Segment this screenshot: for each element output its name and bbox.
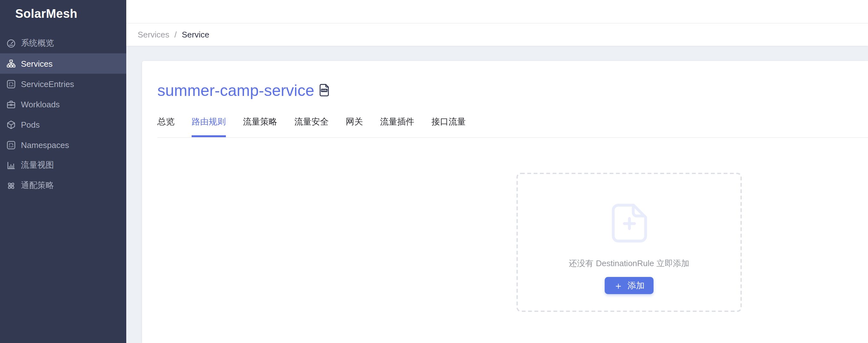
top-header xyxy=(126,0,868,24)
sidebar-item-traffic-view[interactable]: 流量视图 xyxy=(0,155,126,175)
page-title: summer-camp-service xyxy=(157,80,314,101)
tab-traffic-plugin[interactable]: 流量插件 xyxy=(380,116,414,137)
service-entries-icon xyxy=(6,79,16,89)
sidebar-item-system-overview[interactable]: 系统概览 xyxy=(0,33,126,53)
content-area: summer-camp-service YAML 总览 路由 xyxy=(126,46,868,343)
sidebar-item-pods[interactable]: Pods xyxy=(0,114,126,135)
workloads-icon xyxy=(6,99,16,109)
svg-text:YAML: YAML xyxy=(321,89,328,92)
tab-routing-rules[interactable]: 路由规则 xyxy=(192,116,226,137)
breadcrumb: Services / Service xyxy=(126,24,868,46)
sidebar-item-label: 系统概览 xyxy=(21,37,54,49)
sidebar-nav: 系统概览 Services xyxy=(0,33,126,196)
card-inner: summer-camp-service YAML 总览 路由 xyxy=(142,61,868,138)
sidebar-item-label: Namespaces xyxy=(21,140,69,150)
sidebar-item-label: ServiceEntries xyxy=(21,79,74,89)
sidebar-item-namespaces[interactable]: Namespaces xyxy=(0,135,126,155)
tab-interface-traffic[interactable]: 接口流量 xyxy=(431,116,466,137)
breadcrumb-separator: / xyxy=(175,30,177,39)
sidebar: SolarMesh 系统概览 xyxy=(0,0,126,343)
tab-traffic-security[interactable]: 流量安全 xyxy=(294,116,329,137)
traffic-view-icon xyxy=(6,161,16,170)
sidebar-item-label: Pods xyxy=(21,120,40,129)
sidebar-item-workloads[interactable]: Workloads xyxy=(0,94,126,114)
sidebar-item-label: 通配策略 xyxy=(21,180,54,191)
dashboard-icon xyxy=(6,38,16,48)
sidebar-item-wildcard-policy[interactable]: 通配策略 xyxy=(0,175,126,196)
tab-bar: 总览 路由规则 流量策略 流量安全 网关 流量插件 接口流量 xyxy=(157,116,868,138)
sidebar-item-label: 流量视图 xyxy=(21,160,54,171)
add-button-label: 添加 xyxy=(627,280,645,291)
file-add-icon xyxy=(611,203,648,243)
sidebar-item-services[interactable]: Services xyxy=(0,53,126,74)
plus-icon: ＋ xyxy=(614,280,623,290)
tab-traffic-policy[interactable]: 流量策略 xyxy=(243,116,277,137)
main-area: Services / Service summer-camp-service Y… xyxy=(126,0,868,343)
wildcard-policy-icon xyxy=(6,181,16,190)
content-card: summer-camp-service YAML 总览 路由 xyxy=(142,61,868,343)
app-logo: SolarMesh xyxy=(0,0,126,22)
sidebar-item-service-entries[interactable]: ServiceEntries xyxy=(0,74,126,94)
namespaces-icon xyxy=(6,140,16,150)
breadcrumb-item-service: Service xyxy=(182,30,209,39)
yaml-file-icon[interactable]: YAML xyxy=(319,84,330,96)
empty-state: 还没有 DestinationRule 立即添加 ＋ 添加 xyxy=(517,173,742,312)
page-title-row: summer-camp-service YAML xyxy=(157,80,868,101)
tab-gateway[interactable]: 网关 xyxy=(346,116,363,137)
pods-icon xyxy=(6,120,16,129)
add-button[interactable]: ＋ 添加 xyxy=(605,277,654,294)
app-root: SolarMesh 系统概览 xyxy=(0,0,868,343)
tab-overview[interactable]: 总览 xyxy=(157,116,175,137)
breadcrumb-item-services[interactable]: Services xyxy=(138,30,169,39)
sidebar-item-label: Workloads xyxy=(21,99,60,109)
empty-message: 还没有 DestinationRule 立即添加 xyxy=(569,258,689,269)
sidebar-item-label: Services xyxy=(21,59,53,68)
services-icon xyxy=(6,59,16,68)
